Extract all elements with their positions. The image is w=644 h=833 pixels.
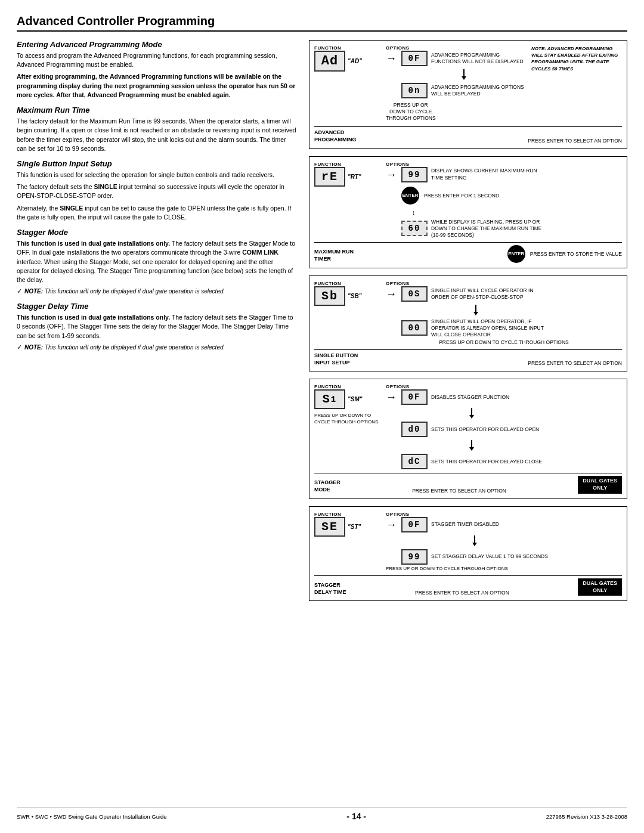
func-col-staggerdelay: FUNCTION SE "ST" (314, 512, 386, 565)
opt2-text-sb: SINGLE INPUT WILL OPEN OPERATOR, IF OPER… (431, 318, 550, 338)
adv-footer: ADVANCED PROGRAMMING PRESS ENTER TO SELE… (314, 126, 622, 143)
sb-footer-label: SINGLE BUTTON INPUT SETUP (314, 352, 358, 366)
main-layout: Entering Advanced Programming Mode To ac… (17, 40, 627, 798)
section-singlebtn-title: Single Button Input Setup (17, 159, 297, 168)
adv-middle-row: PRESS UP ORDOWN TO CYCLETHROUGH OPTIONS (314, 101, 622, 123)
check-icon2: ✓ (17, 343, 22, 352)
diagram-maxrun: FUNCTION rE "RT" OPTIONS → 99 (309, 156, 627, 268)
options-block-singlebtn: 0S SINGLE INPUT WILL CYCLE OPERATOR IN O… (401, 286, 550, 338)
options-block-maxrun: 99 DISPLAY SHOWS CURRENT MAXIMUM RUN TIM… (401, 167, 550, 239)
opt1-display-sb: 0S (401, 286, 428, 302)
arrow-right-ad: → (386, 53, 397, 64)
adv-press-enter: PRESS ENTER TO SELECT AN OPTION (528, 138, 622, 144)
section-maxrun-title: Maximum Run Time (17, 106, 297, 114)
adv-press-info: PRESS UP ORDOWN TO CYCLETHROUGH OPTIONS (386, 102, 436, 122)
func-label-advanced: FUNCTION (314, 45, 386, 51)
options-label-stagger: OPTIONS (386, 384, 622, 389)
options-label-singlebtn: OPTIONS (386, 281, 622, 286)
v-connector-st (401, 535, 548, 546)
page-footer: SWR • SWC • SWD Swing Gate Operator Inst… (17, 807, 627, 821)
option-row-sb1: 0S SINGLE INPUT WILL CYCLE OPERATOR IN O… (401, 286, 550, 302)
options-block-staggerdelay: 0F STAGGER TIMER DISABLED 99 SET STAGGER (401, 517, 548, 565)
stagger-lcd-label: "SM" (348, 396, 362, 402)
maxrun-footer-l1: MAXIMUM RUN (314, 249, 354, 256)
entering-para1: To access and program the Advanced Progr… (17, 51, 297, 69)
staggerdelay-lcd: SE (314, 517, 345, 537)
options-col-staggerdelay: OPTIONS → 0F STAGGER TIMER DISABLED (386, 512, 622, 565)
option-row-sb2: 00 SINGLE INPUT WILL OPEN OPERATOR, IF O… (401, 318, 550, 338)
func-col-advanced: FUNCTION Ad "AD" (314, 45, 386, 98)
press-store-maxrun: PRESS ENTER TO STORE THE VALUE (530, 251, 622, 257)
enter-btn-maxrun2[interactable]: ENTER (507, 245, 525, 263)
ad-display-group: Ad "AD" (314, 51, 386, 72)
opt1-text-ad: ADVANCED PROGRAMMING FUNCTIONS WILL NOT … (431, 52, 527, 65)
stagger-footer-l1: STAGGER (314, 479, 340, 487)
v-connector-ad1 (401, 69, 527, 80)
option-row-ad2: 0n ADVANCED PROGRAMMING OPTIONS WILL BE … (401, 83, 527, 98)
right-column: FUNCTION Ad "AD" OPTIONS → (309, 40, 627, 798)
func-label-singlebtn: FUNCTION (314, 281, 386, 286)
opt2-text-st: SET STAGGER DELAY VALUE 1 TO 99 SECONDS (431, 553, 548, 560)
ad-lcd: Ad (314, 51, 345, 72)
options-block-stagger: 0F DISABLES STAGGER FUNCTION d0 SETS THI (401, 389, 542, 469)
opt1-text-sb: SINGLE INPUT WILL CYCLE OPERATOR IN ORDE… (431, 287, 550, 301)
left-column: Entering Advanced Programming Mode To ac… (17, 40, 297, 798)
advanced-note-text: NOTE: ADVANCED PROGRAMMING WILL STAY ENA… (531, 45, 622, 72)
press-enter1-maxrun: PRESS ENTER FOR 1 SECOND (424, 193, 499, 199)
sb-press-enter: PRESS ENTER TO SELECT AN OPTION (528, 360, 622, 366)
stagger-footer-label: STAGGER MODE (314, 479, 340, 493)
maxrun-lcd-label: "RT" (348, 174, 361, 180)
sb-footer-l2: INPUT SETUP (314, 360, 358, 367)
st-press-info: PRESS UP OR DOWN TO CYCLE THROUGH OPTION… (386, 566, 622, 572)
staggerdelay-footer-label: STAGGER DELAY TIME (314, 582, 346, 596)
staggerdelay-note: ✓ NOTE: This function will only be displ… (17, 343, 297, 352)
opt1-text-maxrun: DISPLAY SHOWS CURRENT MAXIMUM RUN TIME S… (431, 168, 550, 181)
adv-footer-l2: PROGRAMMING (314, 137, 357, 144)
singlebtn-para1: This function is used for selecting the … (17, 171, 297, 179)
stagger-dual-gates: DUAL GATESONLY (578, 476, 622, 493)
staggerdelay-note-text: NOTE: This function will only be display… (24, 343, 225, 352)
opt2-display-st: 99 (401, 549, 428, 565)
func-label-staggerdelay: FUNCTION (314, 512, 386, 517)
sb-press-info: PRESS UP OR DOWN TO CYCLE THROUGH OPTION… (386, 339, 622, 346)
maxrun-para1: The factory default for the Maximum Run … (17, 117, 297, 153)
stagger-lcd: S1 (314, 389, 345, 409)
sb-footer: SINGLE BUTTON INPUT SETUP PRESS ENTER TO… (314, 349, 622, 366)
maxrun-footer-right: ENTER PRESS ENTER TO STORE THE VALUE (507, 245, 622, 263)
check-icon: ✓ (17, 287, 22, 296)
diagram-stagger: FUNCTION S1 "SM" PRESS UP OR DOWN TO CYC… (309, 379, 627, 498)
option-row-ad1: 0F ADVANCED PROGRAMMING FUNCTIONS WILL N… (401, 51, 527, 66)
footer-center: - 14 - (346, 812, 366, 821)
staggerdelay-footer: STAGGER DELAY TIME PRESS ENTER TO SELECT… (314, 575, 622, 596)
adv-footer-l1: ADVANCED (314, 129, 357, 137)
diagram-singlebtn: FUNCTION Sb "SB" OPTIONS → 0S (309, 275, 627, 372)
singlebtn-para2: The factory default sets the SINGLE inpu… (17, 182, 297, 200)
v-connector-sb (401, 305, 550, 315)
option-row-st1: 0F STAGGER TIMER DISABLED (401, 517, 548, 532)
opt3-display-sm: dC (401, 454, 428, 469)
diagram-staggerdelay: FUNCTION SE "ST" OPTIONS → 0F (309, 506, 627, 602)
stagger-press-enter: PRESS ENTER TO SELECT AN OPTION (412, 488, 506, 494)
option-row-maxrun1: 99 DISPLAY SHOWS CURRENT MAXIMUM RUN TIM… (401, 167, 550, 182)
options-label-advanced: OPTIONS (386, 45, 527, 51)
page: Advanced Controller Programming Entering… (0, 0, 644, 833)
staggerdelay-display-group: SE "ST" (314, 517, 386, 537)
func-label-stagger: FUNCTION (314, 384, 386, 389)
maxrun-display-group: rE "RT" (314, 167, 386, 187)
func-col-stagger: FUNCTION S1 "SM" PRESS UP OR DOWN TO CYC… (314, 384, 386, 469)
staggerdelay-dual-gates: DUAL GATESONLY (578, 578, 622, 596)
enter-btn-maxrun1[interactable]: ENTER (401, 187, 419, 205)
option-row-sm3: dC SETS THIS OPERATOR FOR DELAYED CLOSE (401, 454, 542, 469)
options-label-maxrun: OPTIONS (386, 162, 622, 167)
opt2-text-ad: ADVANCED PROGRAMMING OPTIONS WILL BE DIS… (431, 84, 527, 97)
stagger-display-group: S1 "SM" (314, 389, 386, 409)
maxrun-footer-label: MAXIMUM RUN TIMER (314, 249, 354, 262)
arrow-right-singlebtn: → (386, 289, 397, 299)
sb-footer-l1: SINGLE BUTTON (314, 352, 358, 360)
func-col-singlebtn: FUNCTION Sb "SB" (314, 281, 386, 338)
section-stagger-title: Stagger Mode (17, 228, 297, 237)
note-col-advanced: NOTE: ADVANCED PROGRAMMING WILL STAY ENA… (527, 45, 622, 98)
staggerdelay-footer-l2: DELAY TIME (314, 589, 346, 596)
opt1-display-sm: 0F (401, 389, 428, 405)
opt1-display-maxrun: 99 (401, 167, 428, 182)
